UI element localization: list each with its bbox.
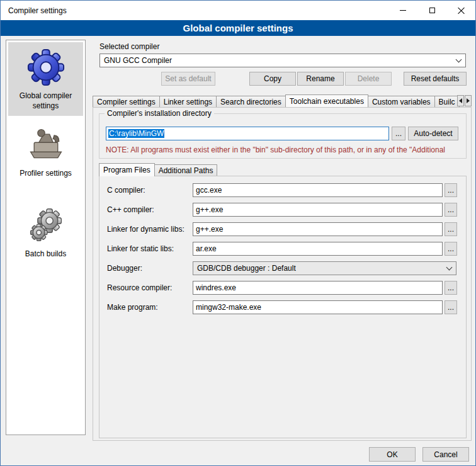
chevron-down-icon xyxy=(451,54,465,67)
compiler-select-value: GNU GCC Compiler xyxy=(104,56,172,65)
field-row: Debugger: GDB/CDB debugger : Default xyxy=(107,261,458,275)
c-compiler-input[interactable] xyxy=(193,183,443,197)
field-row: Linker for dynamic libs: ... xyxy=(107,222,458,236)
cpp-compiler-label: C++ compiler: xyxy=(107,203,154,217)
sidebar-item-label: Global compiler settings xyxy=(9,91,82,111)
batch-builds-gears-icon xyxy=(26,205,66,246)
chevron-down-icon xyxy=(442,262,456,275)
window-title: Compiler settings xyxy=(8,6,67,15)
sidebar-item-batch-builds[interactable]: Batch builds xyxy=(8,200,83,264)
cancel-button[interactable]: Cancel xyxy=(422,447,469,462)
resource-compiler-input[interactable] xyxy=(193,281,443,295)
sidebar-item-label: Profiler settings xyxy=(20,169,72,179)
install-dir-note: NOTE: All programs must exist either in … xyxy=(106,145,465,154)
tab-scroll-buttons xyxy=(456,95,472,106)
minimize-button[interactable] xyxy=(388,1,417,20)
sidebar-item-label: Batch builds xyxy=(25,249,66,259)
install-dir-row: C:\raylib\MinGW ... Auto-detect xyxy=(106,127,458,140)
debugger-select[interactable]: GDB/CDB debugger : Default xyxy=(193,261,456,275)
field-row: C compiler: ... xyxy=(107,183,458,197)
triangle-left-icon xyxy=(459,98,462,103)
global-settings-gear-icon xyxy=(26,47,66,88)
field-row: C++ compiler: ... xyxy=(107,203,458,217)
toolchain-executables-panel: Compiler's installation directory C:\ray… xyxy=(93,107,472,441)
tab-linker-settings[interactable]: Linker settings xyxy=(159,96,217,107)
copy-button[interactable]: Copy xyxy=(249,72,296,86)
cpp-compiler-input[interactable] xyxy=(193,203,443,217)
tab-compiler-settings[interactable]: Compiler settings xyxy=(93,96,160,107)
close-button[interactable] xyxy=(446,1,475,20)
tab-strip: Compiler settings Linker settings Search… xyxy=(93,94,472,107)
tab-scroll-left-button[interactable] xyxy=(457,95,464,106)
dialog-header-title: Global compiler settings xyxy=(183,23,293,33)
tab-custom-variables[interactable]: Custom variables xyxy=(368,96,435,107)
selected-compiler-label: Selected compiler xyxy=(99,42,159,51)
tab-search-directories[interactable]: Search directories xyxy=(216,96,286,107)
tab-toolchain-executables[interactable]: Toolchain executables xyxy=(285,94,368,107)
subtab-strip: Program Files Additional Paths xyxy=(99,163,217,176)
cpp-compiler-browse-button[interactable]: ... xyxy=(445,203,457,217)
debugger-select-value: GDB/CDB debugger : Default xyxy=(197,264,296,273)
delete-button: Delete xyxy=(345,72,392,86)
maximize-icon xyxy=(429,8,435,13)
set-as-default-button: Set as default xyxy=(161,72,215,86)
subtab-program-files[interactable]: Program Files xyxy=(99,163,155,176)
tab-build-options[interactable]: Builc xyxy=(434,96,460,107)
profiler-tool-icon xyxy=(26,125,66,165)
install-dir-group-title: Compiler's installation directory xyxy=(105,109,214,118)
install-dir-input[interactable]: C:\raylib\MinGW xyxy=(106,127,389,140)
resource-compiler-label: Resource compiler: xyxy=(107,281,172,295)
compiler-settings-window: Compiler settings Global compiler settin… xyxy=(0,0,476,466)
static-libs-linker-label: Linker for static libs: xyxy=(107,242,174,256)
close-icon xyxy=(457,7,465,14)
subtab-additional-paths[interactable]: Additional Paths xyxy=(154,164,218,176)
tab-scroll-right-button[interactable] xyxy=(465,95,472,106)
field-row: Linker for static libs: ... xyxy=(107,242,458,256)
dialog-header: Global compiler settings xyxy=(1,20,475,36)
sidebar-item-profiler-settings[interactable]: Profiler settings xyxy=(8,120,83,184)
maximize-button[interactable] xyxy=(417,1,446,20)
static-libs-linker-input[interactable] xyxy=(193,242,443,256)
dynamic-libs-linker-input[interactable] xyxy=(193,222,443,236)
make-program-input[interactable] xyxy=(193,300,443,314)
reset-defaults-button[interactable]: Reset defaults xyxy=(404,72,467,86)
compiler-select[interactable]: GNU GCC Compiler xyxy=(99,54,466,67)
static-libs-linker-browse-button[interactable]: ... xyxy=(445,242,457,256)
dynamic-libs-linker-browse-button[interactable]: ... xyxy=(445,222,457,236)
install-dir-group: Compiler's installation directory C:\ray… xyxy=(99,113,467,159)
sidebar: Global compiler settings Profiler settin… xyxy=(6,40,86,435)
sidebar-item-global-compiler-settings[interactable]: Global compiler settings xyxy=(8,42,83,116)
triangle-right-icon xyxy=(467,98,470,103)
dynamic-libs-linker-label: Linker for dynamic libs: xyxy=(107,222,184,236)
install-dir-value: C:\raylib\MinGW xyxy=(108,129,164,138)
resource-compiler-browse-button[interactable]: ... xyxy=(445,281,457,295)
minimize-icon xyxy=(400,10,406,11)
install-dir-browse-button[interactable]: ... xyxy=(392,127,405,140)
make-program-browse-button[interactable]: ... xyxy=(445,300,457,314)
autodetect-button[interactable]: Auto-detect xyxy=(408,127,458,140)
c-compiler-browse-button[interactable]: ... xyxy=(445,183,457,197)
rename-button[interactable]: Rename xyxy=(297,72,344,86)
debugger-label: Debugger: xyxy=(107,261,142,275)
window-controls xyxy=(388,1,475,20)
ok-button[interactable]: OK xyxy=(369,447,416,462)
titlebar[interactable]: Compiler settings xyxy=(1,1,475,20)
field-row: Make program: ... xyxy=(107,300,458,314)
make-program-label: Make program: xyxy=(107,300,158,314)
program-files-panel: C compiler: ... C++ compiler: ... Linker… xyxy=(99,176,467,438)
c-compiler-label: C compiler: xyxy=(107,183,145,197)
field-row: Resource compiler: ... xyxy=(107,281,458,295)
